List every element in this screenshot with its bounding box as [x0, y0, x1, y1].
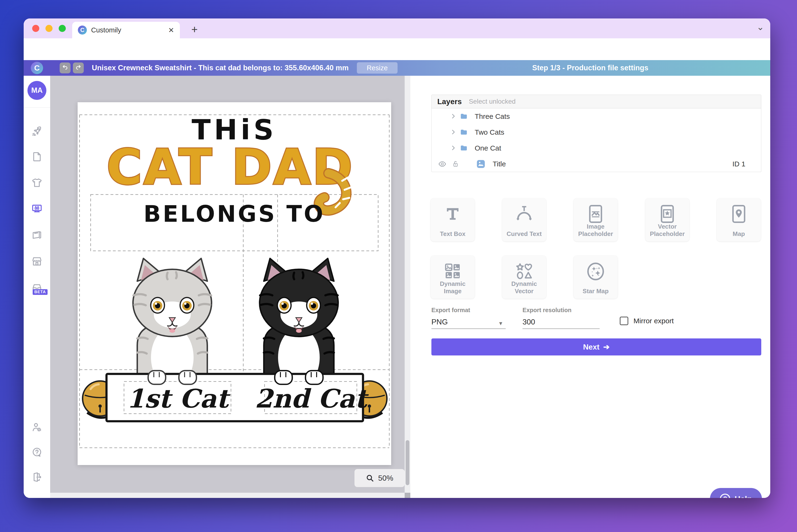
store-icon[interactable]	[31, 255, 43, 267]
select-chevron-icon[interactable]: ▼	[498, 320, 503, 327]
tool-vector-placeholder[interactable]: Vector Placeholder	[645, 198, 689, 241]
mirror-export-option[interactable]: Mirror export	[620, 317, 674, 325]
step-indicator: Step 1/3 - Production file settings	[410, 64, 770, 72]
layer-row-folder[interactable]: One Cat	[432, 140, 761, 156]
select-unlocked-label[interactable]: Select unlocked	[469, 98, 516, 105]
redo-button[interactable]	[73, 62, 84, 73]
vector-placeholder-icon	[645, 204, 689, 224]
browser-tab[interactable]: C Customily ✕	[72, 22, 180, 38]
tab-title: Customily	[91, 26, 164, 34]
layers-title: Layers	[437, 97, 462, 106]
close-window-button[interactable]	[32, 25, 39, 32]
name-banner: 1st Cat 2nd Cat	[82, 374, 387, 421]
design-title: Unisex Crewneck Sweatshirt - This cat da…	[92, 64, 348, 72]
tool-curved-text[interactable]: Curved Text	[502, 198, 546, 241]
account-gear-icon[interactable]	[31, 422, 43, 433]
layer-label: Title	[493, 160, 506, 168]
tab-bar: C Customily ✕ + ⌄	[24, 18, 770, 38]
export-resolution-underline	[523, 328, 600, 329]
artboard[interactable]: THiS CAT DAD BELONGS TO	[78, 102, 391, 465]
app-logo-cell[interactable]: C	[24, 60, 50, 76]
beta-badge: BETA	[33, 289, 48, 295]
visibility-eye-icon[interactable]	[438, 161, 446, 167]
production-settings-panel: Layers Select unlocked Three Cats Two Ca…	[410, 76, 770, 498]
file-icon[interactable]	[31, 151, 43, 162]
logout-door-icon[interactable]	[31, 471, 43, 483]
vertical-scrollbar-thumb[interactable]	[405, 440, 410, 485]
layer-label: Three Cats	[475, 112, 510, 120]
cat-2-black	[260, 259, 338, 387]
horizontal-scrollbar[interactable]	[50, 493, 410, 498]
layers-panel: Layers Select unlocked Three Cats Two Ca…	[431, 95, 761, 172]
tool-dynamic-image[interactable]: Dynamic Image	[431, 255, 475, 299]
user-avatar[interactable]: MA	[27, 81, 46, 100]
export-resolution-input[interactable]	[523, 318, 593, 326]
star-map-icon	[574, 261, 618, 282]
layer-label: Two Cats	[475, 128, 504, 136]
customily-logo: C	[31, 62, 43, 74]
maximize-window-button[interactable]	[59, 25, 66, 32]
layers-header: Layers Select unlocked	[432, 95, 761, 108]
rocket-icon[interactable]	[31, 126, 43, 137]
new-tab-button[interactable]: +	[187, 22, 202, 36]
help-bubble-icon[interactable]	[31, 447, 43, 458]
help-label: Help	[735, 494, 752, 498]
resize-button[interactable]: Resize	[357, 62, 398, 74]
pet-name-2: 2nd Cat	[255, 384, 369, 414]
magnifier-icon	[366, 474, 374, 482]
dynamic-image-icon	[431, 261, 475, 281]
app-main: MA	[24, 76, 770, 498]
tool-image-placeholder[interactable]: Image Placeholder	[574, 198, 618, 241]
mirror-export-checkbox[interactable]	[620, 317, 628, 325]
tab-close-icon[interactable]: ✕	[168, 26, 174, 34]
question-mark-icon: ?	[720, 494, 730, 498]
tool-star-map[interactable]: Star Map	[574, 255, 618, 299]
customily-favicon: C	[78, 25, 87, 35]
left-sidebar: MA	[24, 76, 50, 498]
tool-dynamic-vector[interactable]: Dynamic Vector	[502, 255, 546, 299]
export-resolution-label: Export resolution	[523, 307, 571, 314]
browser-window: C Customily ✕ + ⌄ C https://app.customil…	[24, 18, 770, 498]
unlocked-padlock-icon[interactable]	[452, 160, 459, 168]
layer-row-folder[interactable]: Two Cats	[432, 124, 761, 140]
export-format-select[interactable]: PNG	[431, 318, 448, 326]
map-icon	[717, 204, 761, 224]
zoom-control[interactable]: 50%	[355, 469, 405, 487]
scrollbar-corner	[405, 493, 410, 498]
catalog-icon[interactable]	[31, 229, 43, 241]
curved-text-icon	[502, 204, 546, 224]
folder-icon	[459, 112, 468, 120]
window-controls[interactable]	[32, 25, 66, 32]
text-box-icon	[431, 204, 475, 224]
layer-id: ID 1	[733, 160, 745, 168]
chevron-right-icon[interactable]	[450, 129, 457, 136]
chevron-right-icon[interactable]	[450, 113, 457, 120]
tool-text-box[interactable]: Text Box	[431, 198, 475, 241]
export-resolution-field[interactable]	[523, 318, 593, 326]
design-line3: BELONGS TO	[144, 201, 325, 227]
tab-list-chevron-icon[interactable]: ⌄	[757, 22, 764, 32]
design-canvas-area[interactable]: THiS CAT DAD BELONGS TO	[50, 76, 410, 498]
design-line2: CAT DAD	[107, 139, 354, 195]
vertical-scrollbar[interactable]	[405, 76, 410, 498]
designer-monitor-icon[interactable]	[31, 203, 43, 214]
undo-button[interactable]	[60, 62, 71, 73]
chevron-right-icon[interactable]	[450, 144, 457, 151]
help-button[interactable]: ? Help	[710, 488, 762, 498]
image-placeholder-icon	[574, 204, 618, 224]
pet-name-1: 1st Cat	[127, 384, 230, 414]
image-layer-icon	[476, 159, 486, 169]
dynamic-vector-icon	[502, 261, 546, 281]
tshirt-icon[interactable]	[31, 177, 43, 188]
minimize-window-button[interactable]	[45, 25, 53, 32]
browser-navbar: C https://app.customily.com/ )	[24, 38, 770, 60]
layer-row-folder[interactable]: Three Cats	[432, 108, 761, 124]
export-format-label: Export format	[431, 307, 470, 314]
desktop-background: C Customily ✕ + ⌄ C https://app.customil…	[0, 0, 797, 532]
export-format-underline	[431, 328, 506, 329]
layer-row-title[interactable]: Title ID 1	[432, 156, 761, 172]
folder-icon	[459, 128, 468, 136]
next-button[interactable]: Next ➔	[431, 338, 761, 356]
tool-map[interactable]: Map	[717, 198, 761, 241]
mirror-export-label: Mirror export	[633, 317, 674, 325]
